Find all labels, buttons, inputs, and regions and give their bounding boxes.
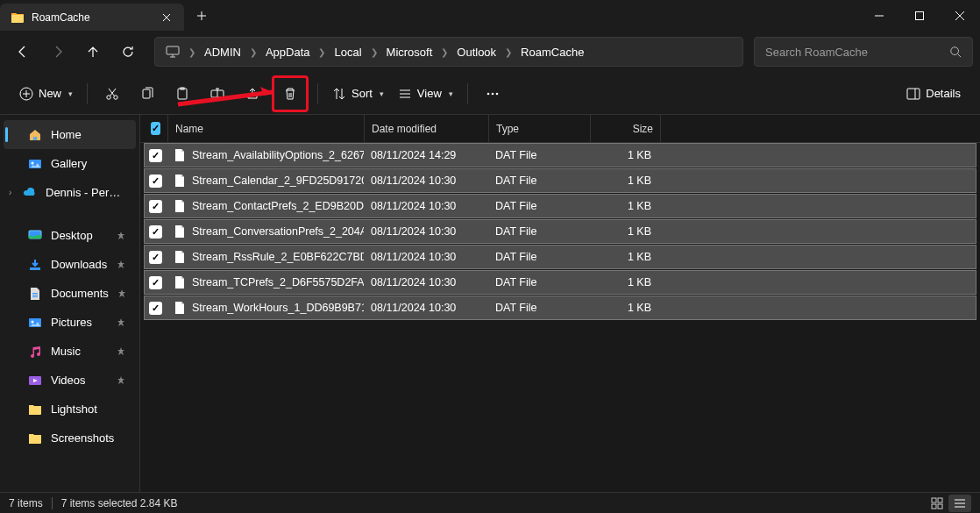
column-header-size[interactable]: Size — [591, 115, 661, 142]
file-type: DAT File — [488, 276, 590, 289]
row-checkbox[interactable]: ✓ — [145, 225, 166, 239]
select-all-checkbox[interactable]: ✓ — [144, 115, 168, 142]
table-row[interactable]: ✓Stream_AvailabilityOptions_2_6267CC...0… — [144, 143, 976, 167]
sort-button[interactable]: Sort ▾ — [327, 78, 389, 110]
minimize-button[interactable] — [859, 0, 899, 31]
more-button[interactable] — [477, 78, 508, 110]
breadcrumb-segment[interactable]: RoamCache — [514, 39, 591, 65]
sidebar-item-onedrive[interactable]: › Dennis - Person — [4, 178, 136, 207]
row-checkbox[interactable]: ✓ — [145, 302, 166, 315]
rename-button[interactable] — [202, 78, 233, 110]
new-tab-button[interactable] — [184, 0, 219, 31]
selection-info: 7 items selected 2.84 KB — [61, 497, 178, 509]
forward-button[interactable] — [42, 36, 74, 68]
row-checkbox[interactable]: ✓ — [145, 251, 166, 264]
file-date: 08/11/2024 10:30 — [364, 225, 488, 238]
details-view-button[interactable] — [948, 495, 971, 512]
details-pane-button[interactable]: Details — [901, 78, 966, 110]
table-row[interactable]: ✓Stream_ConversationPrefs_2_204A301...08… — [144, 219, 976, 244]
close-button[interactable] — [940, 0, 980, 31]
chevron-right-icon[interactable]: › — [9, 188, 11, 197]
new-button[interactable]: New ▾ — [14, 78, 78, 110]
folder-icon — [28, 258, 42, 272]
view-button[interactable]: View ▾ — [393, 78, 458, 110]
sidebar-item-downloads[interactable]: Downloads — [4, 250, 136, 279]
sidebar-item-home[interactable]: Home — [4, 120, 136, 149]
tab-close-button[interactable] — [160, 11, 174, 25]
sidebar-item-pictures[interactable]: Pictures — [4, 308, 136, 337]
file-name: Stream_AvailabilityOptions_2_6267CC... — [192, 149, 364, 161]
home-icon — [28, 128, 42, 142]
chevron-right-icon[interactable]: ❯ — [503, 47, 514, 57]
chevron-down-icon: ▾ — [68, 89, 73, 98]
breadcrumb-segment[interactable]: Microsoft — [380, 39, 440, 65]
cut-button[interactable] — [96, 78, 128, 110]
row-checkbox[interactable]: ✓ — [145, 200, 166, 213]
svg-rect-0 — [916, 11, 924, 19]
file-size: 1 KB — [590, 200, 658, 212]
sidebar-item-gallery[interactable]: Gallery — [4, 149, 136, 178]
folder-icon — [28, 345, 42, 359]
row-checkbox[interactable]: ✓ — [145, 149, 166, 162]
row-checkbox[interactable]: ✓ — [145, 276, 166, 289]
paste-button[interactable] — [167, 78, 198, 110]
sidebar-item-lightshot[interactable]: Lightshot — [4, 395, 136, 424]
up-button[interactable] — [77, 36, 109, 68]
file-date: 08/11/2024 14:29 — [364, 149, 488, 161]
file-name: Stream_ConversationPrefs_2_204A301... — [192, 225, 364, 238]
window-tab[interactable]: RoamCache — [0, 4, 184, 31]
sidebar-item-videos[interactable]: Videos — [4, 366, 136, 395]
table-row[interactable]: ✓Stream_WorkHours_1_DD69B9B71F8D...08/11… — [144, 296, 976, 320]
chevron-right-icon[interactable]: ❯ — [248, 47, 259, 57]
sidebar-item-label: Lightshot — [51, 403, 97, 416]
file-type: DAT File — [488, 302, 590, 314]
sidebar-item-label: Pictures — [51, 316, 92, 329]
table-row[interactable]: ✓Stream_RssRule_2_E0BF622C7BD75A4F...08/… — [144, 245, 976, 269]
chevron-right-icon[interactable]: ❯ — [439, 47, 450, 57]
file-icon — [173, 148, 187, 162]
sidebar-item-label: Videos — [51, 374, 86, 387]
delete-button[interactable] — [274, 78, 306, 110]
file-name: Stream_ContactPrefs_2_ED9B20DAB5E... — [192, 200, 364, 212]
sidebar-item-desktop[interactable]: Desktop — [4, 221, 136, 250]
search-input[interactable]: Search RoamCache — [754, 37, 973, 67]
svg-rect-6 — [143, 89, 150, 98]
table-row[interactable]: ✓Stream_ContactPrefs_2_ED9B20DAB5E...08/… — [144, 194, 976, 218]
address-bar[interactable]: ❯ ADMIN ❯ AppData ❯ Local ❯ Microsoft ❯ … — [154, 37, 743, 67]
breadcrumb-segment[interactable]: ADMIN — [197, 39, 248, 65]
pin-icon — [117, 260, 125, 269]
sidebar-item-screenshots[interactable]: Screenshots — [4, 424, 136, 452]
column-header-name[interactable]: Name — [168, 115, 365, 142]
chevron-right-icon[interactable]: ❯ — [316, 47, 327, 57]
refresh-button[interactable] — [112, 36, 144, 68]
svg-point-11 — [492, 92, 494, 95]
column-headers: ✓ Name Date modified Type Size — [140, 115, 980, 143]
breadcrumb-segment[interactable]: Outlook — [450, 39, 503, 65]
file-icon — [173, 224, 187, 239]
sidebar-item-music[interactable]: Music — [4, 337, 136, 366]
copy-button[interactable] — [131, 78, 163, 110]
share-button[interactable] — [237, 78, 268, 110]
file-icon — [173, 275, 187, 289]
table-row[interactable]: ✓Stream_Calendar_2_9FD25D917207994...08/… — [144, 168, 976, 193]
svg-rect-18 — [30, 267, 40, 270]
folder-icon — [28, 403, 42, 417]
table-row[interactable]: ✓Stream_TCPrefs_2_D6F5575D2FA3374E...08/… — [144, 270, 976, 295]
back-button[interactable] — [7, 36, 39, 68]
svg-point-2 — [951, 47, 959, 55]
column-header-type[interactable]: Type — [489, 115, 591, 142]
chevron-right-icon[interactable]: ❯ — [187, 47, 197, 57]
folder-icon — [28, 229, 42, 243]
folder-icon — [11, 11, 25, 25]
column-header-date[interactable]: Date modified — [365, 115, 489, 142]
breadcrumb-segment[interactable]: Local — [327, 39, 368, 65]
sidebar-item-label: Downloads — [51, 258, 107, 271]
sidebar-item-documents[interactable]: Documents — [4, 279, 136, 308]
breadcrumb-segment[interactable]: AppData — [259, 39, 317, 65]
gallery-icon — [28, 157, 42, 171]
grid-view-button[interactable] — [926, 495, 948, 512]
maximize-button[interactable] — [899, 0, 940, 31]
svg-point-20 — [32, 320, 34, 323]
chevron-right-icon[interactable]: ❯ — [369, 47, 380, 57]
row-checkbox[interactable]: ✓ — [145, 175, 166, 188]
